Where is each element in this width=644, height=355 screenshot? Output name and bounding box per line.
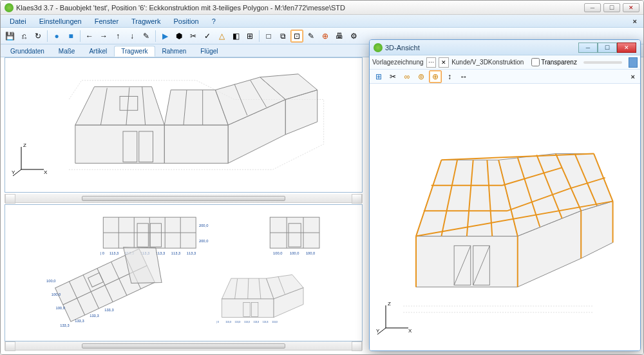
app-icon bbox=[5, 3, 14, 12]
toolbar-separator bbox=[259, 30, 260, 42]
menu-fenster[interactable]: Fenster bbox=[90, 16, 124, 26]
toolbar-button-15[interactable]: ✂ bbox=[187, 30, 200, 43]
window-title: Klaes3d 3.7 - Bauobjekt 'test', Position… bbox=[16, 4, 584, 12]
toolbar-button-11[interactable]: ✎ bbox=[140, 30, 153, 43]
template-browse-button[interactable]: ⋯ bbox=[426, 57, 437, 68]
toolbar-button-8[interactable]: → bbox=[97, 30, 110, 43]
float-3d-viewport[interactable]: Z X Y bbox=[370, 84, 640, 350]
window-buttons: ─ ☐ ✕ bbox=[584, 3, 639, 12]
float-toolbar-row1: Vorlagezeichnung ⋯ ✕ Kunde/V_3DKonstrukt… bbox=[370, 55, 640, 70]
float-app-icon bbox=[374, 43, 383, 52]
menu-?[interactable]: ? bbox=[207, 16, 221, 26]
float-minimize-button[interactable]: ─ bbox=[578, 43, 598, 53]
svg-marker-66 bbox=[222, 299, 274, 318]
toolbar-separator bbox=[47, 30, 48, 42]
tab-rahmen[interactable]: Rahmen bbox=[155, 46, 194, 57]
toolbar-button-2[interactable]: ↻ bbox=[32, 30, 44, 43]
svg-text:133,3: 133,3 bbox=[90, 314, 99, 318]
scrollbar-bottom[interactable] bbox=[5, 341, 363, 350]
toolbar-separator bbox=[155, 30, 156, 42]
toolbar-button-27[interactable]: ⚙ bbox=[347, 30, 360, 43]
toolbar-button-21[interactable]: □ bbox=[262, 30, 275, 43]
svg-text:Z: Z bbox=[23, 142, 26, 148]
tab-grunddaten[interactable]: Grunddaten bbox=[3, 46, 52, 57]
menu-tragwerk[interactable]: Tragwerk bbox=[126, 16, 166, 26]
float-close-button[interactable]: ✕ bbox=[617, 43, 636, 53]
toolbar-button-26[interactable]: 🖶 bbox=[333, 30, 346, 43]
minimize-button[interactable]: ─ bbox=[584, 3, 601, 12]
toolbar-button-0[interactable]: 💾 bbox=[3, 30, 16, 43]
float-tool-3[interactable]: ⊚ bbox=[415, 70, 428, 83]
toolbar-button-1[interactable]: ⎌ bbox=[17, 30, 30, 43]
toolbar-separator bbox=[80, 30, 80, 42]
svg-text:X: X bbox=[44, 169, 48, 175]
svg-text:113,3: 113,3 bbox=[187, 251, 196, 255]
svg-text:133,3: 133,3 bbox=[60, 323, 69, 327]
main-titlebar: Klaes3d 3.7 - Bauobjekt 'test', Position… bbox=[1, 1, 643, 15]
menu-position[interactable]: Position bbox=[168, 16, 204, 26]
svg-marker-85 bbox=[581, 201, 612, 258]
tab-maße[interactable]: Maße bbox=[52, 46, 82, 57]
toolbar-button-4[interactable]: ● bbox=[50, 30, 63, 43]
float-tool-2[interactable]: ∞ bbox=[401, 70, 413, 83]
float-inner-close[interactable]: × bbox=[629, 73, 638, 81]
menu-datei[interactable]: Datei bbox=[5, 16, 32, 26]
toolbar-button-13[interactable]: ▶ bbox=[158, 30, 171, 43]
svg-text:Y: Y bbox=[12, 169, 15, 175]
toolbar-button-14[interactable]: ⬢ bbox=[173, 30, 185, 43]
float-title: 3D-Ansicht bbox=[385, 44, 578, 52]
toolbar-button-17[interactable]: △ bbox=[215, 30, 228, 43]
svg-text:133,3: 133,3 bbox=[104, 308, 113, 312]
tab-tragwerk[interactable]: Tragwerk bbox=[114, 46, 155, 57]
float-maximize-button[interactable]: ☐ bbox=[598, 43, 617, 53]
multiview[interactable]: | 0 113,3 113,3 113,3 113,3 113,3 113,3 … bbox=[5, 204, 363, 341]
float-tool-0[interactable]: ⊞ bbox=[372, 70, 385, 83]
toolbar-button-5[interactable]: ■ bbox=[64, 30, 77, 43]
toolbar-button-7[interactable]: ← bbox=[83, 30, 96, 43]
svg-text:Y: Y bbox=[376, 328, 380, 334]
float-3d-window[interactable]: 3D-Ansicht ─ ☐ ✕ Vorlagezeichnung ⋯ ✕ Ku… bbox=[369, 39, 641, 351]
svg-text:113,3: 113,3 bbox=[244, 321, 250, 323]
transparency-checkbox[interactable]: Transparenz bbox=[531, 58, 577, 66]
menubar: DateiEinstellungenFensterTragwerkPositio… bbox=[1, 15, 643, 28]
svg-marker-0 bbox=[75, 125, 165, 163]
scrollbar-top[interactable] bbox=[5, 194, 363, 203]
tab-artikel[interactable]: Artikel bbox=[82, 46, 114, 57]
menu-einstellungen[interactable]: Einstellungen bbox=[34, 16, 87, 26]
toolbar-button-22[interactable]: ⧉ bbox=[276, 30, 289, 43]
svg-text:113,3: 113,3 bbox=[235, 321, 241, 323]
toolbar-button-16[interactable]: ✓ bbox=[201, 30, 214, 43]
wireframe-view[interactable]: Z X Y bbox=[5, 57, 363, 193]
toolbar-button-9[interactable]: ↑ bbox=[111, 30, 124, 43]
toolbar-button-24[interactable]: ✎ bbox=[305, 30, 317, 43]
left-pane: Z X Y bbox=[5, 57, 363, 350]
toolbar-button-10[interactable]: ↓ bbox=[126, 30, 138, 43]
svg-text:100,0: 100,0 bbox=[306, 251, 315, 255]
transparency-slider[interactable] bbox=[583, 61, 622, 64]
float-tool-5[interactable]: ↕ bbox=[443, 70, 456, 83]
template-clear-button[interactable]: ✕ bbox=[439, 57, 449, 68]
tab-flügel[interactable]: Flügel bbox=[193, 46, 225, 57]
svg-text:113,3: 113,3 bbox=[272, 321, 278, 323]
float-tool-1[interactable]: ✂ bbox=[386, 70, 399, 83]
toolbar-button-25[interactable]: ⊕ bbox=[319, 30, 332, 43]
float-tool-6[interactable]: ↔ bbox=[457, 70, 470, 83]
toolbar-button-23[interactable]: ⊡ bbox=[290, 30, 303, 43]
float-titlebar[interactable]: 3D-Ansicht ─ ☐ ✕ bbox=[370, 40, 640, 55]
mdi-close-button[interactable]: × bbox=[630, 17, 639, 25]
svg-marker-1 bbox=[164, 125, 228, 163]
float-tool-4[interactable]: ⊕ bbox=[429, 70, 442, 83]
transparency-check-input[interactable] bbox=[531, 58, 540, 66]
svg-text:100,0: 100,0 bbox=[52, 293, 61, 296]
svg-text:100,0: 100,0 bbox=[290, 251, 299, 255]
svg-text:113,3: 113,3 bbox=[253, 321, 259, 323]
save-view-icon[interactable] bbox=[629, 57, 638, 68]
toolbar-button-19[interactable]: ⊞ bbox=[243, 30, 256, 43]
svg-text:200,0: 200,0 bbox=[199, 224, 208, 227]
svg-text:100,0: 100,0 bbox=[46, 279, 55, 283]
maximize-button[interactable]: ☐ bbox=[603, 3, 620, 12]
toolbar-button-18[interactable]: ◧ bbox=[229, 30, 242, 43]
axis-indicator: Z X Y bbox=[12, 140, 50, 179]
close-button[interactable]: ✕ bbox=[623, 3, 639, 12]
svg-text:113,3: 113,3 bbox=[171, 251, 180, 255]
